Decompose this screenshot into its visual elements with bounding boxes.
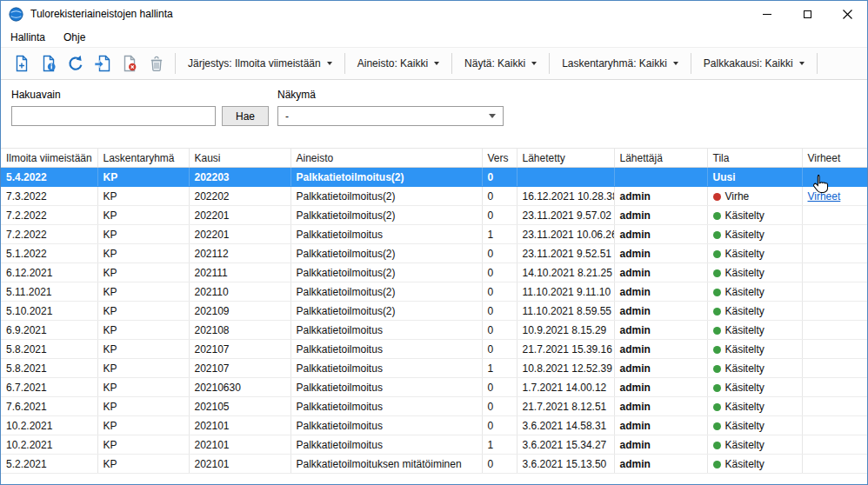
processed-status-icon: [713, 269, 721, 277]
chevron-down-icon: [489, 114, 496, 118]
cell-status: Käsitelty: [707, 282, 802, 302]
cell-period: 202202: [189, 187, 290, 206]
table-row[interactable]: 7.2.2022KP202201Palkkatietoilmoitus123.1…: [1, 225, 868, 244]
maximize-button[interactable]: [787, 1, 827, 27]
table-row[interactable]: 10.2.2021KP202101Palkkatietoilmoitus13.6…: [1, 435, 868, 455]
search-button[interactable]: Hae: [222, 106, 269, 126]
delete-document-icon: [121, 55, 138, 72]
table-row[interactable]: 10.2.2021KP202101Palkkatietoilmoitus03.6…: [1, 416, 868, 435]
cell-due: 5.2.2021: [1, 455, 97, 474]
toolbar-separator: [549, 53, 550, 74]
close-button[interactable]: [827, 1, 867, 27]
table-row[interactable]: 5.4.2022KP202203Palkkatietoilmoitus(2)0U…: [1, 168, 868, 187]
cell-sender: admin: [614, 416, 707, 435]
column-header-due[interactable]: Ilmoita viimeistään: [1, 149, 97, 168]
table-row[interactable]: 7.2.2022KP202201Palkkatietoilmoitus(2)02…: [1, 206, 868, 225]
cell-material: Palkkatietoilmoitus: [290, 340, 482, 359]
window-title: Tulorekisteriaineistojen hallinta: [30, 8, 173, 20]
cell-status: Käsitelty: [707, 340, 802, 359]
cell-group: KP: [97, 206, 189, 225]
filter-jarjestys-label: Järjestys: Ilmoita viimeistään: [188, 57, 321, 70]
table-header-row: Ilmoita viimeistään Laskentaryhmä Kausi …: [1, 149, 868, 168]
column-header-errors[interactable]: Virheet: [802, 149, 868, 168]
table-row[interactable]: 7.6.2021KP202105Palkkatietoilmoitus021.7…: [1, 397, 868, 416]
processed-status-icon: [713, 212, 721, 220]
chevron-down-icon: [673, 62, 678, 65]
cell-material: Palkkatietoilmoitus: [290, 321, 482, 340]
menu-hallinta[interactable]: Hallinta: [10, 31, 45, 43]
cell-period: 202107: [189, 340, 290, 359]
refresh-icon: [67, 55, 84, 72]
cell-group: KP: [97, 321, 189, 340]
cell-period: 202101: [189, 435, 290, 455]
cell-period: 202107: [189, 359, 290, 378]
cell-period: 20210630: [189, 378, 290, 397]
cell-sent: 3.6.2021 14.58.31: [517, 416, 614, 435]
column-header-period[interactable]: Kausi: [189, 149, 290, 168]
cell-status: Virhe: [707, 187, 802, 206]
cell-material: Palkkatietoilmoitus: [290, 378, 482, 397]
search-label: Hakuavain: [11, 89, 269, 101]
column-header-sender[interactable]: Lähettäjä: [614, 149, 707, 168]
cell-material: Palkkatietoilmoitus(2): [290, 187, 482, 206]
table-row[interactable]: 5.8.2021KP202107Palkkatietoilmoitus110.8…: [1, 359, 868, 378]
processed-status-icon: [713, 403, 721, 411]
cell-due: 7.2.2022: [1, 206, 97, 225]
toolbar-separator: [691, 53, 691, 74]
cell-period: 202105: [189, 397, 290, 416]
view-select[interactable]: -: [277, 106, 504, 126]
table-row[interactable]: 5.11.2021KP202110Palkkatietoilmoitus(2)0…: [1, 282, 868, 302]
cell-period: 202201: [189, 206, 290, 225]
table-row[interactable]: 5.1.2022KP202112Palkkatietoilmoitus(2)02…: [1, 244, 868, 263]
filter-nayta-dropdown[interactable]: Näytä: Kaikki: [457, 52, 544, 75]
export-document-button[interactable]: [89, 50, 116, 76]
column-header-status[interactable]: Tila: [707, 149, 802, 168]
processed-status-icon: [713, 384, 721, 392]
column-header-group[interactable]: Laskentaryhmä: [97, 149, 189, 168]
cell-version: 1: [482, 359, 517, 378]
cell-errors: [802, 416, 868, 435]
column-header-material[interactable]: Aineisto: [290, 149, 482, 168]
table-row[interactable]: 6.7.2021KP20210630Palkkatietoilmoitus01.…: [1, 378, 868, 397]
processed-status-icon: [713, 250, 721, 258]
minimize-button[interactable]: [747, 1, 787, 27]
table-row[interactable]: 6.12.2021KP202111Palkkatietoilmoitus(2)0…: [1, 263, 868, 282]
cell-status: Käsitelty: [707, 416, 802, 435]
filter-palkkakausi-dropdown[interactable]: Palkkakausi: Kaikki: [697, 52, 811, 75]
filter-aineisto-dropdown[interactable]: Aineisto: Kaikki: [351, 52, 446, 75]
filter-jarjestys-dropdown[interactable]: Järjestys: Ilmoita viimeistään: [181, 52, 339, 75]
search-input[interactable]: [11, 106, 216, 126]
table-row[interactable]: 7.3.2022KP202202Palkkatietoilmoitus(2)01…: [1, 187, 868, 206]
cell-sender: admin: [614, 455, 707, 474]
cell-errors: [802, 206, 868, 225]
cell-material: Palkkatietoilmoituksen mitätöiminen: [290, 455, 482, 474]
cell-group: KP: [97, 168, 189, 187]
table-row[interactable]: 5.2.2021KP202101Palkkatietoilmoituksen m…: [1, 455, 868, 474]
column-header-sent[interactable]: Lähetetty: [517, 149, 614, 168]
trash-button[interactable]: [143, 50, 170, 76]
table-row[interactable]: 5.8.2021KP202107Palkkatietoilmoitus021.7…: [1, 340, 868, 359]
column-header-version[interactable]: Vers: [482, 149, 517, 168]
table-row[interactable]: 5.10.2021KP202109Palkkatietoilmoitus(2)0…: [1, 302, 868, 321]
cell-group: KP: [97, 378, 189, 397]
errors-link[interactable]: Virheet: [808, 190, 841, 203]
filter-laskentaryhma-dropdown[interactable]: Laskentaryhmä: Kaikki: [555, 52, 685, 75]
cell-version: 0: [482, 206, 517, 225]
cell-version: 0: [482, 397, 517, 416]
refresh-button[interactable]: [62, 50, 89, 76]
table-row[interactable]: 6.9.2021KP202108Palkkatietoilmoitus010.9…: [1, 321, 868, 340]
document-info-button[interactable]: [35, 50, 62, 76]
cell-status: Käsitelty: [707, 397, 802, 416]
new-document-button[interactable]: [8, 50, 35, 76]
cell-sender: admin: [614, 435, 707, 455]
cell-material: Palkkatietoilmoitus: [290, 435, 482, 455]
cell-sent: 1.7.2021 14.00.12: [517, 378, 614, 397]
cell-sent: 23.11.2021 9.57.02: [517, 206, 614, 225]
cell-due: 5.10.2021: [1, 302, 97, 321]
cell-errors: [802, 282, 868, 302]
delete-document-button[interactable]: [116, 50, 143, 76]
menu-ohje[interactable]: Ohje: [63, 31, 85, 43]
toolbar-separator: [175, 53, 176, 74]
cell-errors: [802, 435, 868, 455]
cell-sent: 3.6.2021 15.13.50: [517, 455, 614, 474]
